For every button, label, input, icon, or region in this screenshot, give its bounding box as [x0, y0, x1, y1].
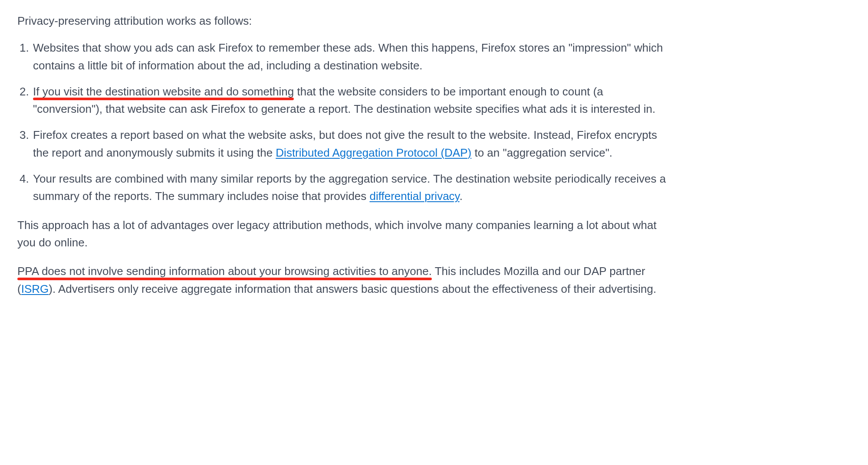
- step-4-post: .: [460, 190, 463, 203]
- isrg-link[interactable]: ISRG: [21, 282, 49, 295]
- differential-privacy-link[interactable]: differential privacy: [370, 190, 460, 203]
- closing-post: ). Advertisers only receive aggregate in…: [49, 282, 656, 295]
- step-4: Your results are combined with many simi…: [32, 170, 668, 205]
- step-3-post: to an "aggregation service".: [471, 146, 612, 159]
- steps-list: Websites that show you ads can ask Firef…: [17, 39, 668, 205]
- step-3-pre: Firefox creates a report based on what t…: [33, 128, 577, 141]
- intro-paragraph: Privacy-preserving attribution works as …: [17, 12, 668, 29]
- closing-paragraph: PPA does not involve sending information…: [17, 262, 668, 298]
- step-1: Websites that show you ads can ask Firef…: [32, 39, 668, 74]
- step-2: If you visit the destination website and…: [32, 83, 668, 118]
- advantages-paragraph: This approach has a lot of advantages ov…: [17, 216, 668, 252]
- step-4-pre: Your results are combined with many simi…: [33, 172, 666, 203]
- step-3: Firefox creates a report based on what t…: [32, 126, 668, 161]
- step-3-mid: it using the: [215, 146, 276, 159]
- step-2-underlined: If you visit the destination website and…: [33, 85, 294, 98]
- closing-underlined: PPA does not involve sending information…: [17, 265, 432, 278]
- step-1-text: Websites that show you ads can ask Firef…: [33, 41, 663, 72]
- dap-link[interactable]: Distributed Aggregation Protocol (DAP): [276, 146, 471, 159]
